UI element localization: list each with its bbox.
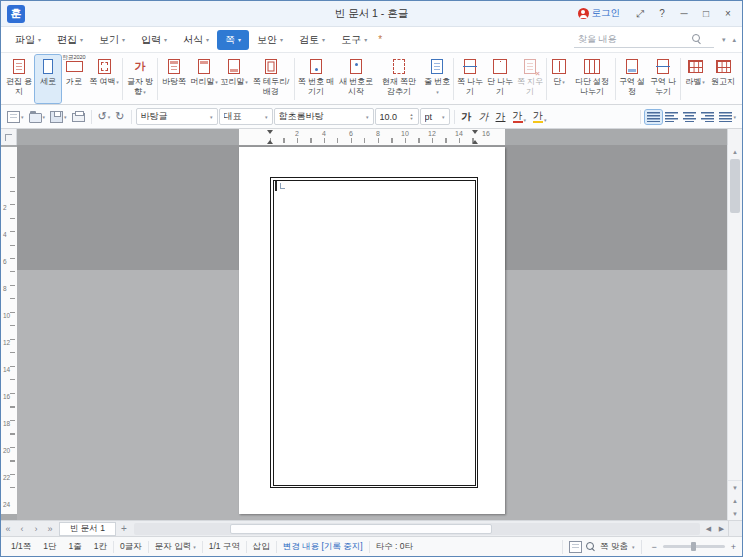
horizontal-scrollbar[interactable]: [134, 523, 700, 535]
help-button[interactable]: ?: [652, 5, 672, 23]
style-select[interactable]: 바탕글▾: [136, 108, 218, 125]
redo-button[interactable]: ↻: [113, 109, 126, 124]
ribbon-button-hide-current-page[interactable]: 현재 쪽만 감추기: [376, 55, 422, 103]
ribbon-button-column-break[interactable]: 단 나누기: [485, 55, 515, 103]
align-right-button[interactable]: [699, 110, 716, 124]
underline-button[interactable]: 가: [493, 109, 509, 125]
right-indent-marker[interactable]: [472, 140, 478, 144]
chevron-down-icon[interactable]: ▾: [722, 36, 726, 44]
spin-down-icon[interactable]: ▼: [410, 117, 414, 121]
ribbon-button-page-numbering[interactable]: 쪽 번호 매기기: [296, 55, 336, 103]
new-document-button[interactable]: ▾: [5, 109, 26, 125]
document-canvas[interactable]: [17, 145, 727, 520]
first-tab-button[interactable]: «: [1, 524, 15, 534]
scroll-up-button[interactable]: ▲: [728, 145, 742, 158]
menu-item-format[interactable]: 서식▾: [175, 30, 217, 50]
previous-tab-button[interactable]: ‹: [15, 524, 29, 534]
zoom-icon[interactable]: [586, 542, 596, 552]
menu-item-input[interactable]: 입력▾: [133, 30, 175, 50]
font-select[interactable]: 함초롬바탕▾: [274, 108, 374, 125]
italic-button[interactable]: 가: [476, 109, 492, 125]
size-unit-select[interactable]: pt▾: [420, 108, 450, 125]
split-handle[interactable]: [728, 521, 742, 536]
left-indent-marker[interactable]: [267, 140, 273, 144]
ribbon-button-section-break[interactable]: 구역 나누기: [647, 55, 679, 103]
ribbon-button-manuscript-paper[interactable]: 원고지: [708, 55, 738, 103]
ribbon-button-labels[interactable]: 라벨▾: [682, 55, 708, 103]
vertical-ruler[interactable]: 2 4 6 8 10 12 14 16 18 20 22 24: [1, 145, 17, 520]
vertical-scrollbar-thumb[interactable]: [730, 159, 740, 213]
next-page-button[interactable]: ▼: [728, 507, 742, 520]
left-margin-marker[interactable]: [267, 130, 273, 134]
font-size-spinner[interactable]: ▲▼: [410, 113, 414, 121]
save-button[interactable]: ▾: [48, 109, 69, 125]
zoom-in-button[interactable]: +: [729, 542, 738, 552]
zoom-slider[interactable]: [663, 545, 725, 548]
vertical-scrollbar[interactable]: ▲ ▼ ▲ ▼: [727, 145, 742, 520]
menu-item-edit[interactable]: 편집▾: [49, 30, 91, 50]
ribbon-button-page-margins[interactable]: 쪽 여백▾: [87, 55, 121, 103]
ribbon-button-header[interactable]: 머리말▾: [189, 55, 219, 103]
ribbon-button-master-page[interactable]: 바탕쪽: [159, 55, 189, 103]
ribbon-label: 쪽 지우기: [516, 77, 544, 96]
ribbon-button-columns[interactable]: 단▾: [548, 55, 570, 103]
open-button[interactable]: ▾: [27, 109, 48, 125]
line-spacing-button[interactable]: ▾: [717, 110, 738, 124]
previous-page-button[interactable]: ▲: [728, 494, 742, 507]
menu-item-security[interactable]: 보안▾: [249, 30, 291, 50]
search-box[interactable]: [574, 31, 714, 48]
ribbon-button-portrait[interactable]: 세로: [35, 55, 61, 103]
horizontal-ruler[interactable]: 2 4 6 8 10 12 14 16: [1, 129, 742, 145]
bold-button[interactable]: 가: [459, 109, 475, 125]
scroll-down-button[interactable]: ▼: [728, 481, 742, 494]
ribbon-button-multi-column-break[interactable]: 다단 설정 나누기: [570, 55, 614, 103]
horizontal-scrollbar-thumb[interactable]: [230, 524, 492, 534]
zoom-out-button[interactable]: −: [649, 542, 658, 552]
close-button[interactable]: ×: [718, 5, 738, 23]
align-left-button[interactable]: [663, 110, 680, 124]
ribbon-button-page-break[interactable]: 쪽 나누기: [455, 55, 485, 103]
align-justify-button[interactable]: [645, 110, 662, 124]
minimize-button[interactable]: ─: [674, 5, 694, 23]
document-tab[interactable]: 빈 문서 1: [59, 522, 116, 536]
add-tab-button[interactable]: +: [116, 523, 132, 534]
style-preset-select[interactable]: 대표▾: [219, 108, 273, 125]
ribbon-button-footer[interactable]: 꼬리말▾: [219, 55, 249, 103]
last-tab-button[interactable]: »: [43, 524, 57, 534]
font-size-input[interactable]: 10.0▲▼: [375, 108, 419, 125]
ribbon-button-landscape[interactable]: 한글2020 가로: [61, 55, 87, 103]
menu-item-file[interactable]: 파일▾: [7, 30, 49, 50]
status-track-changes[interactable]: 변경 내용 [기록 중지]: [276, 541, 369, 553]
zoom-fit-label[interactable]: 쪽 맞춤: [600, 541, 628, 553]
menu-item-page[interactable]: 쪽▾: [217, 30, 249, 50]
align-center-button[interactable]: [681, 110, 698, 124]
right-margin-marker[interactable]: [472, 130, 478, 134]
maximize-button[interactable]: □: [696, 5, 716, 23]
page[interactable]: [239, 147, 505, 514]
status-insert-mode[interactable]: 삽입: [246, 541, 276, 553]
status-input-mode[interactable]: 문자 입력▾: [148, 541, 202, 553]
ribbon-collapse-icon[interactable]: ▴: [732, 36, 736, 44]
ribbon-button-page-border-fill[interactable]: 쪽 테두리/배경: [249, 55, 293, 103]
font-color-button[interactable]: 가▾: [510, 109, 530, 124]
login-button[interactable]: 로그인: [578, 7, 621, 20]
search-input[interactable]: [576, 33, 688, 45]
scroll-left-button[interactable]: ◀: [702, 525, 715, 533]
fullscreen-button[interactable]: ⤢: [630, 5, 650, 23]
ribbon-button-new-page-number[interactable]: 새 번호로 시작: [336, 55, 376, 103]
menu-item-tools[interactable]: 도구▾: [333, 30, 375, 50]
asset-star-icon[interactable]: *: [378, 34, 382, 45]
ribbon-button-section-settings[interactable]: 구역 설정: [617, 55, 647, 103]
scroll-right-button[interactable]: ▶: [715, 525, 728, 533]
zoom-slider-thumb[interactable]: [691, 542, 696, 551]
menu-item-view[interactable]: 보기▾: [91, 30, 133, 50]
menu-item-review[interactable]: 검토▾: [291, 30, 333, 50]
ribbon-button-line-numbers[interactable]: 줄 번호▾: [422, 55, 452, 103]
highlight-color-button[interactable]: 가▾: [530, 109, 550, 124]
undo-button[interactable]: ↺▾: [96, 109, 113, 124]
next-tab-button[interactable]: ›: [29, 524, 43, 534]
ribbon-button-page-setup[interactable]: 편집 용지: [3, 55, 35, 103]
ribbon-button-text-direction[interactable]: 가 글자 방향▾: [124, 55, 156, 103]
print-button[interactable]: [70, 109, 87, 124]
page-view-icon[interactable]: [569, 541, 582, 553]
